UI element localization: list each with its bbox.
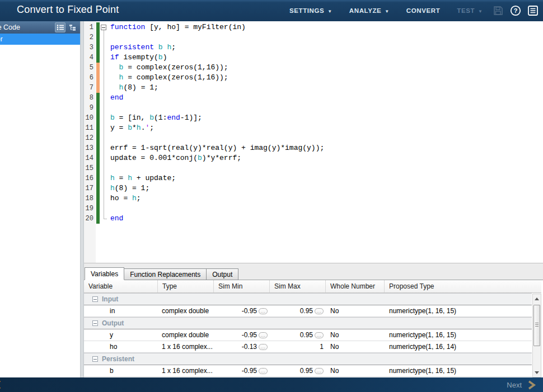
histogram-more-button[interactable]: ...: [259, 332, 268, 338]
fold-guide-line: [100, 183, 109, 193]
fold-guide-line: [100, 32, 109, 42]
column-header-proposed-type[interactable]: Proposed Type: [385, 280, 541, 292]
scrollbar-up-arrow-icon[interactable]: [533, 295, 541, 303]
back-chevron-partial-icon[interactable]: [0, 380, 3, 390]
table-row-in[interactable]: incomplex double-0.95...0.95...Nonumeric…: [84, 305, 532, 317]
tab-variables[interactable]: Variables: [85, 267, 124, 280]
line-number: 14: [84, 153, 96, 163]
column-header-sim-min[interactable]: Sim Min: [214, 280, 270, 292]
cell-sim-max: 0.95...: [270, 365, 326, 376]
code-line-8: 8end: [84, 93, 543, 103]
table-row-ho[interactable]: ho1 x 16 complex...-0.13...1Nonumerictyp…: [84, 341, 532, 353]
table-scrollbar[interactable]: [532, 294, 541, 377]
cell-proposed-type: numerictype(1, 16, 15): [385, 365, 532, 376]
page-title: Convert to Fixed Point: [17, 4, 119, 16]
code-line-11: 11y = b*h.';: [84, 123, 543, 133]
fold-end-marker: [100, 214, 109, 224]
histogram-more-button[interactable]: ...: [315, 332, 324, 338]
scrollbar-thumb[interactable]: [533, 305, 540, 346]
histogram-more-button[interactable]: ...: [315, 308, 324, 314]
fold-guide-line: [100, 93, 109, 103]
cell-whole-number: No: [326, 365, 385, 376]
code-text: h = h + update;: [110, 173, 176, 183]
code-text: end: [110, 214, 123, 224]
line-number: 4: [84, 53, 96, 63]
cell-sim-max: 1: [270, 341, 326, 352]
code-line-9: 9: [84, 103, 543, 113]
menu-test[interactable]: TEST▼: [448, 0, 491, 21]
tab-output[interactable]: Output: [206, 268, 238, 280]
help-icon[interactable]: ?: [510, 5, 521, 16]
code-text: b = [in, b(1:end-1)];: [110, 113, 202, 123]
cell-type: complex double: [158, 329, 214, 341]
menu-analyze[interactable]: ANALYZE▼: [341, 0, 398, 21]
code-line-7: 7 h(8) = 1;: [84, 83, 543, 93]
sidebar-item-myfilter[interactable]: myFilter: [0, 34, 80, 45]
fold-guide-line: [100, 83, 109, 93]
fold-guide-line: [100, 133, 109, 143]
cell-proposed-type: numerictype(1, 16, 15): [385, 305, 532, 317]
code-line-16: 16h = h + update;: [84, 173, 543, 183]
histogram-more-button[interactable]: ...: [315, 368, 324, 374]
source-code-panel-title: Source Code: [0, 23, 20, 31]
cell-sim-max: 0.95...: [270, 329, 326, 341]
line-number: 13: [84, 143, 96, 153]
line-number: 11: [84, 123, 96, 133]
code-editor[interactable]: 1function [y, ho] = myFilter(in)23persis…: [84, 21, 543, 263]
group-label: Output: [84, 319, 124, 327]
histogram-more-button[interactable]: ...: [259, 344, 268, 350]
chevron-down-icon: ▼: [327, 9, 333, 14]
code-line-17: 17h(8) = 1;: [84, 183, 543, 193]
cell-proposed-type: numerictype(1, 16, 14): [385, 341, 532, 352]
chevron-down-icon: ▼: [478, 9, 483, 14]
code-line-18: 18ho = h;: [84, 193, 543, 204]
menu-convert[interactable]: CONVERT: [398, 0, 448, 21]
code-text: ho = h;: [110, 193, 141, 204]
sidebar-item-label: myFilter: [0, 35, 3, 43]
cell-variable: in: [84, 305, 158, 317]
code-text: errf = 1-sqrt(real(y)*real(y) + imag(y)*…: [110, 143, 324, 153]
scrollbar-down-arrow-icon[interactable]: [533, 369, 541, 376]
table-row-b[interactable]: b1 x 16 complex...-0.95...0.95...Nonumer…: [84, 365, 532, 377]
table-row-y[interactable]: ycomplex double-0.95...0.95...Nonumerict…: [84, 329, 532, 341]
group-row-persistent[interactable]: Persistent: [84, 353, 532, 365]
code-text: update = 0.001*conj(b)*y*errf;: [110, 153, 241, 163]
collapse-group-icon[interactable]: [92, 296, 98, 302]
collapse-group-icon[interactable]: [92, 320, 98, 326]
column-header-type[interactable]: Type: [158, 280, 214, 292]
code-text: b = complex(zeros(1,16));: [110, 63, 228, 73]
list-view-icon[interactable]: [55, 22, 65, 32]
line-number: 12: [84, 133, 96, 143]
cell-type: 1 x 16 complex...: [158, 341, 214, 352]
source-code-panel-header: Source Code: [0, 21, 80, 34]
fold-guide-line: [100, 73, 109, 83]
column-header-sim-max[interactable]: Sim Max: [270, 280, 326, 292]
group-row-output[interactable]: Output: [84, 317, 532, 329]
source-code-panel: Source Code: [0, 21, 80, 377]
cell-type: complex double: [158, 305, 214, 317]
menu-settings[interactable]: SETTINGS▼: [281, 0, 341, 21]
group-label: Input: [84, 295, 118, 303]
group-row-input[interactable]: Input: [84, 293, 532, 305]
collapse-group-icon[interactable]: [92, 356, 98, 362]
variables-table: VariableTypeSim MinSim MaxWhole NumberPr…: [84, 280, 543, 377]
cell-sim-max: 0.95...: [270, 305, 326, 317]
line-number: 10: [84, 113, 96, 123]
layout-menu-icon[interactable]: [527, 5, 539, 16]
code-line-20: 20end: [84, 214, 543, 224]
column-header-variable[interactable]: Variable: [84, 280, 158, 292]
panel-gap: [84, 263, 543, 267]
code-text: if isempty(b): [110, 53, 167, 63]
tab-function-replacements[interactable]: Function Replacements: [124, 268, 206, 280]
code-line-10: 10b = [in, b(1:end-1)];: [84, 113, 543, 123]
cell-sim-min: -0.13...: [214, 341, 270, 352]
group-label: Persistent: [84, 355, 134, 363]
column-header-whole-number[interactable]: Whole Number: [326, 280, 385, 292]
save-icon[interactable]: [493, 5, 504, 16]
tree-view-icon[interactable]: [67, 22, 78, 32]
next-button[interactable]: Next: [507, 377, 536, 392]
histogram-more-button[interactable]: ...: [259, 308, 268, 314]
fold-collapse-icon[interactable]: [101, 25, 106, 30]
panel-splitter[interactable]: [80, 21, 84, 377]
histogram-more-button[interactable]: ...: [259, 368, 268, 374]
